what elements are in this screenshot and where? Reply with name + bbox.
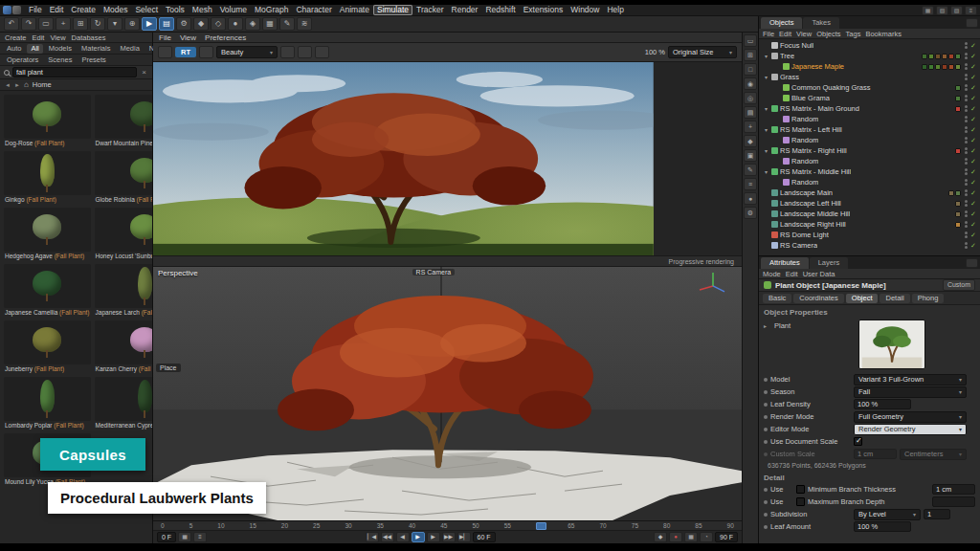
subdivision-dropdown[interactable]: By Level (854, 509, 921, 520)
visibility-dots[interactable] (965, 168, 968, 175)
leaf-amount-field[interactable]: 100 % (854, 521, 911, 532)
menu-item[interactable]: Tools (162, 5, 189, 15)
texture-tag-icon[interactable] (955, 190, 961, 196)
asset-item[interactable]: Mediterranean Cypress (Fall Plant) (94, 376, 152, 430)
asset-item[interactable]: Juneberry (Fall Plant) (3, 320, 92, 374)
asset-menu-item[interactable]: View (50, 33, 65, 42)
object-row[interactable]: Random (759, 177, 980, 187)
anim-dot[interactable] (764, 440, 768, 444)
enable-check-icon[interactable] (969, 210, 977, 218)
enable-check-icon[interactable] (969, 63, 977, 71)
visibility-dots[interactable] (965, 231, 968, 238)
palette-button[interactable]: ▣ (744, 149, 757, 162)
object-label[interactable]: Landscape Left Hill (780, 199, 841, 208)
texture-tag-icon[interactable] (955, 64, 961, 70)
object-row[interactable]: ▾ RS Matrix - Left Hill (759, 124, 980, 135)
render-view-menu-item[interactable]: File (159, 33, 171, 42)
asset-menu-item[interactable]: Edit (33, 33, 45, 42)
range-start-field[interactable]: 0 F (157, 532, 176, 542)
image-size-dropdown[interactable]: Original Size (668, 46, 737, 58)
visibility-dots[interactable] (965, 105, 968, 112)
enable-check-icon[interactable] (969, 53, 977, 60)
menu-item[interactable]: Animate (336, 5, 373, 15)
anim-dot[interactable] (764, 403, 768, 407)
asset-menu-item[interactable]: Create (5, 33, 27, 42)
enable-check-icon[interactable] (969, 231, 977, 239)
visibility-dots[interactable] (965, 63, 968, 70)
visibility-dots[interactable] (965, 242, 968, 249)
texture-tag-icon[interactable] (928, 54, 934, 59)
asset-subtab[interactable]: Operators (3, 55, 42, 65)
enable-check-icon[interactable] (969, 242, 977, 250)
render-mode-dropdown[interactable]: Full Geometry (854, 411, 967, 423)
menu-item[interactable]: MoGraph (251, 5, 292, 15)
subdivision-level-field[interactable]: 1 (924, 509, 950, 519)
toolbar-button[interactable]: ↶ (4, 17, 19, 31)
model-dropdown[interactable]: Variant 3 Full-Grown (854, 374, 967, 386)
asset-tab[interactable]: Materials (78, 44, 114, 54)
anim-dot[interactable] (764, 378, 768, 382)
object-label[interactable]: RS Dome Light (780, 231, 829, 239)
texture-tag-icon[interactable] (948, 190, 954, 196)
asset-item[interactable]: Honey Locust 'Sunburst' (Fall Plant) (94, 207, 152, 261)
panel-tab[interactable]: Takes (803, 17, 839, 29)
asset-item[interactable]: Japanese Camellia (Fall Plant) (3, 263, 92, 318)
enable-check-icon[interactable] (969, 168, 977, 176)
toolbar-button[interactable]: ≋ (297, 17, 312, 31)
object-label[interactable]: Random (791, 157, 818, 165)
palette-button[interactable]: ◉ (744, 77, 757, 90)
keying-button[interactable]: ◆ (654, 532, 667, 542)
visibility-dots[interactable] (965, 189, 968, 196)
transport-button[interactable]: ▏◀ (366, 532, 379, 542)
search-input[interactable] (12, 67, 137, 77)
asset-menu-item[interactable]: Databases (72, 33, 106, 42)
timeline-icon-button[interactable]: ▦ (178, 532, 191, 542)
expand-arrow-icon[interactable]: ▾ (763, 53, 769, 59)
palette-button[interactable]: ≡ (744, 178, 757, 190)
palette-button[interactable]: ● (744, 192, 757, 205)
object-search-icon[interactable] (966, 18, 978, 28)
keying-button[interactable]: ▦ (684, 532, 698, 542)
attribute-group-tab[interactable]: Phong (912, 294, 945, 303)
max-branch-field[interactable] (932, 496, 975, 507)
object-row[interactable]: Focus Null (759, 40, 980, 51)
object-row[interactable]: Landscape Main (759, 187, 980, 198)
object-label[interactable]: Landscape Right Hill (780, 220, 846, 229)
object-menu-item[interactable]: View (796, 30, 812, 38)
menu-item[interactable]: Simulate (373, 5, 412, 15)
asset-item[interactable]: Ginkgo (Fall Plant) (3, 150, 92, 205)
camera-object-label[interactable]: RS Camera (412, 269, 456, 276)
object-row[interactable]: Japanese Maple (759, 61, 980, 72)
asset-subtab[interactable]: Scenes (44, 55, 76, 65)
aov-icon[interactable] (280, 46, 295, 58)
toolbar-button[interactable]: ⊕ (124, 17, 140, 31)
attribute-menu-item[interactable]: Mode (763, 270, 781, 278)
toolbar-button[interactable]: ▭ (38, 17, 54, 31)
object-row[interactable]: RS Camera (759, 240, 980, 251)
layout-icon[interactable]: ≡ (965, 6, 977, 15)
lock-icon[interactable] (158, 46, 172, 58)
enable-check-icon[interactable] (969, 179, 977, 187)
enable-check-icon[interactable] (969, 137, 977, 144)
clear-search-icon[interactable] (140, 68, 148, 77)
layout-icon[interactable]: ▦ (922, 6, 934, 15)
object-label[interactable]: Landscape Main (780, 188, 833, 197)
transport-button[interactable]: ▶▏ (457, 532, 471, 542)
object-label[interactable]: RS Matrix - Main Ground (780, 104, 859, 113)
layout-icon[interactable]: ▨ (950, 6, 963, 15)
transport-button[interactable]: ▶ (427, 532, 440, 542)
visibility-dots[interactable] (965, 221, 968, 228)
texture-tag-icon[interactable] (922, 64, 927, 70)
object-row[interactable]: Common Quaking Grass (759, 82, 980, 93)
object-label[interactable]: Landscape Middle Hill (780, 209, 850, 218)
layout-icon[interactable]: ▧ (936, 6, 948, 15)
object-label[interactable]: Common Quaking Grass (791, 83, 871, 92)
object-label[interactable]: Grass (780, 73, 799, 81)
enable-check-icon[interactable] (969, 147, 977, 155)
object-row[interactable]: Random (759, 114, 980, 124)
toolbar-button[interactable]: ↻ (90, 17, 105, 31)
expand-arrow-icon[interactable]: ▾ (763, 126, 769, 133)
custom-button[interactable]: Custom (943, 279, 975, 291)
plant-preview[interactable] (858, 320, 925, 369)
palette-button[interactable]: ▤ (744, 106, 757, 119)
